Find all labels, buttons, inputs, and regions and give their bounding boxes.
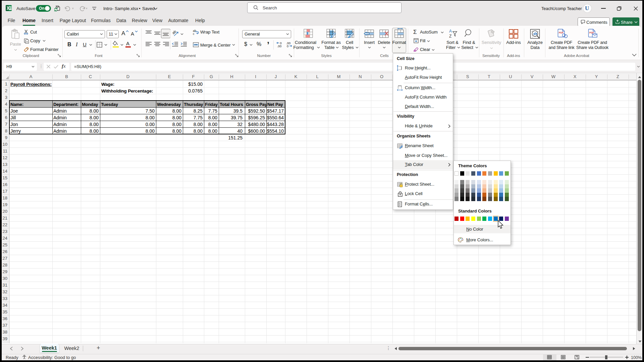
- svg-text:A: A: [449, 29, 452, 34]
- svg-text:PDF: PDF: [589, 32, 594, 34]
- svg-text:c: c: [193, 32, 195, 36]
- svg-text:.00: .00: [277, 44, 281, 48]
- svg-text:0: 0: [287, 44, 288, 48]
- svg-text:PDF: PDF: [559, 32, 564, 34]
- svg-text:Z: Z: [449, 34, 451, 39]
